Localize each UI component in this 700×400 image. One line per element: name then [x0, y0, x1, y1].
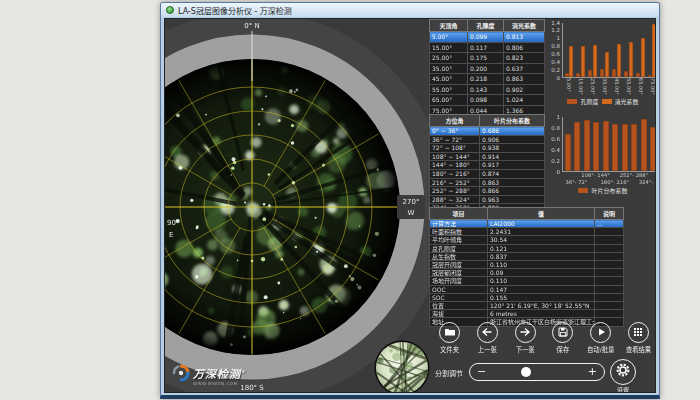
- slider-thumb[interactable]: [521, 367, 531, 377]
- table-row[interactable]: 144° ~ 180°0.917: [430, 161, 545, 170]
- column-header: 值: [488, 208, 595, 220]
- bar: [622, 124, 628, 171]
- leaf-distribution-legend-label: 叶片分布系数: [591, 186, 627, 195]
- table-row[interactable]: 72° ~ 108°0.938: [430, 144, 545, 153]
- table-row[interactable]: 场地开阔度0.110: [430, 277, 624, 285]
- x-tick-label: 5.00°: [562, 78, 574, 96]
- table-row[interactable]: 55.00°0.1430.902: [430, 84, 545, 95]
- porosity-swatch: [567, 99, 577, 104]
- zenith-chart: 00.20.40.60.811.21.4 5.00°15.00°25.00°35…: [548, 20, 656, 106]
- brand-url: WWW.WSEEN.COM: [193, 381, 246, 386]
- column-header: 天顶角: [430, 20, 468, 32]
- table-row[interactable]: 0° ~ 36°0.686: [430, 127, 545, 136]
- bar: [612, 124, 618, 171]
- zenith-chart-legend: 孔隙度 消光系数: [548, 97, 656, 106]
- table-row[interactable]: 平均叶倾角30.54: [430, 236, 624, 244]
- bar: [624, 71, 628, 77]
- arrow-left-icon: [481, 323, 493, 342]
- y-tick-label: 0: [557, 169, 561, 175]
- bar: [631, 124, 637, 171]
- previous-image-button[interactable]: 上一张: [469, 322, 506, 354]
- table-row[interactable]: 65.00°0.0981.024: [430, 95, 545, 106]
- table-row[interactable]: 216° ~ 252°0.863: [430, 178, 545, 187]
- table-row[interactable]: 288° ~ 324°0.963: [430, 195, 545, 204]
- column-header: 叶片分布系数: [480, 115, 545, 127]
- x-tick-label: 65.00°: [634, 78, 646, 96]
- x-tick-label: 15.00°: [574, 78, 586, 96]
- table-row[interactable]: 252° ~ 288°0.866: [430, 187, 545, 196]
- save-button[interactable]: 保存: [544, 322, 581, 354]
- table-row[interactable]: 108° ~ 144°0.914: [430, 152, 545, 161]
- x-tick-label: 36°- 72°: [565, 179, 587, 185]
- bar: [641, 119, 647, 171]
- table-header-row: 方位角叶片分布系数: [430, 115, 545, 127]
- compass-north-label: 0° N: [244, 22, 259, 30]
- bar: [593, 45, 597, 77]
- auto-batch-button[interactable]: 自动/批量: [582, 322, 619, 354]
- arrow-right-icon: [519, 323, 531, 342]
- bar: [600, 69, 604, 77]
- table-row[interactable]: 15.00°0.1170.806: [430, 42, 545, 53]
- parameters-table: 项目值说明计算方法LAI2000...叶面积指数2.2431平均叶倾角30.54…: [429, 207, 624, 327]
- azimuth-chart: 00.20.40.60.81 36°- 72°108°- 144°180°- 2…: [548, 114, 656, 195]
- slider-plus-button[interactable]: +: [588, 366, 597, 377]
- table-row[interactable]: 5.00°0.0990.813: [430, 32, 545, 43]
- x-tick-label: 324°- 360°: [639, 179, 656, 185]
- y-tick-label: 0.8: [551, 125, 560, 131]
- next-image-button[interactable]: 下一张: [507, 322, 544, 354]
- table-row[interactable]: 25.00°0.1750.823: [430, 53, 545, 64]
- bar: [650, 127, 656, 171]
- zenith-table: 天顶角孔隙度消光系数5.00°0.0990.81315.00°0.1170.80…: [429, 19, 545, 116]
- y-tick-label: 0.6: [551, 52, 560, 58]
- view-results-button[interactable]: 查看结果: [620, 322, 656, 354]
- x-tick-label: 25.00°: [586, 78, 598, 96]
- table-row[interactable]: 总孔隙度0.121: [430, 244, 624, 252]
- table-row[interactable]: 180° ~ 216°0.874: [430, 169, 545, 178]
- segmentation-slider-label: 分割调节: [435, 368, 463, 378]
- table-row[interactable]: 计算方法LAI2000...: [430, 220, 624, 228]
- bar: [652, 24, 656, 77]
- table-row[interactable]: 36° ~ 72°0.906: [430, 135, 545, 144]
- settings-button[interactable]: [610, 359, 636, 385]
- y-tick-label: 1: [557, 114, 561, 120]
- column-header: 说明: [595, 208, 624, 220]
- extinction-legend-label: 消光系数: [615, 97, 639, 106]
- preview-thumbnail[interactable]: [373, 339, 431, 393]
- table-row[interactable]: 位置120° 21' 6.19"E, 30° 18' 52.55"N: [430, 302, 624, 310]
- table-row[interactable]: 45.00°0.2180.863: [430, 74, 545, 85]
- x-tick-label: 35.00°: [598, 78, 610, 96]
- next-button-label: 下一张: [516, 345, 535, 354]
- table-row[interactable]: 35.00°0.2000.637: [430, 63, 545, 74]
- bar: [584, 120, 590, 171]
- gear-icon: [615, 362, 631, 382]
- bar: [636, 73, 640, 77]
- view-results-button-label: 查看结果: [626, 345, 651, 354]
- x-axis-labels: 5.00°15.00°25.00°35.00°45.00°55.00°65.00…: [562, 78, 656, 96]
- folder-button[interactable]: 文件夹: [431, 322, 468, 354]
- app-icon: [166, 6, 174, 14]
- table-row[interactable]: SOC0.155: [430, 293, 624, 301]
- segmentation-slider[interactable]: − +: [469, 363, 605, 381]
- table-header-row: 天顶角孔隙度消光系数: [430, 20, 545, 32]
- titlebar[interactable]: LA-S冠层图像分析仪 - 万深检测: [161, 3, 659, 17]
- plot-area: [562, 23, 656, 78]
- extinction-swatch: [602, 99, 612, 104]
- table-row[interactable]: OOC0.147: [430, 285, 624, 293]
- table-row[interactable]: 冠层郁闭度0.09: [430, 269, 624, 277]
- table-row[interactable]: 海拔6 metres: [430, 310, 624, 318]
- column-header: 消光系数: [504, 20, 545, 32]
- table-row[interactable]: 叶面积指数2.2431: [430, 228, 624, 236]
- main-content: 0° N 180° S 270° W 90° E 天顶角孔隙度消光系数5.00°…: [164, 18, 656, 393]
- window-title: LA-S冠层图像分析仪 - 万深检测: [178, 5, 292, 16]
- auto-batch-button-label: 自动/批量: [587, 345, 614, 354]
- compass-east-label: E: [169, 231, 173, 239]
- table-row[interactable]: 丛生指数0.837: [430, 252, 624, 260]
- bar: [629, 42, 633, 77]
- slider-minus-button[interactable]: −: [477, 366, 486, 377]
- azimuth-table: 方位角叶片分布系数0° ~ 36°0.68636° ~ 72°0.90672° …: [429, 114, 545, 213]
- y-tick-label: 0: [557, 75, 561, 81]
- table-row[interactable]: 冠层开阔度0.110: [430, 261, 624, 269]
- play-icon: [595, 323, 607, 342]
- bar: [565, 73, 569, 77]
- save-button-label: 保存: [557, 345, 570, 354]
